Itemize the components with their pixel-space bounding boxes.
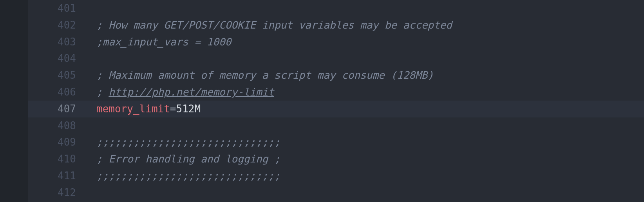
code-line[interactable]: memory_limit=512M: [87, 101, 644, 117]
line-number[interactable]: 402: [28, 17, 87, 34]
line-number[interactable]: 404: [28, 50, 87, 67]
code-line[interactable]: ; How many GET/POST/COOKIE input variabl…: [87, 17, 644, 34]
code-editor[interactable]: 401402403404405406407408409410411412 ; H…: [0, 0, 644, 202]
code-line[interactable]: ;;;;;;;;;;;;;;;;;;;;;;;;;;;;;;: [87, 168, 644, 184]
code-token: ; Maximum amount of memory a script may …: [96, 69, 434, 81]
line-number-gutter[interactable]: 401402403404405406407408409410411412: [28, 0, 87, 202]
code-line[interactable]: [87, 50, 644, 67]
line-number[interactable]: 405: [28, 67, 87, 84]
code-line[interactable]: ; Maximum amount of memory a script may …: [87, 67, 644, 84]
code-token: ;: [96, 86, 109, 98]
code-line[interactable]: ;max_input_vars = 1000: [87, 34, 644, 50]
code-token: http://php.net/memory-limit: [109, 86, 274, 98]
code-token: 512M: [176, 103, 201, 115]
code-line[interactable]: ; Error handling and logging ;: [87, 151, 644, 168]
line-number[interactable]: 411: [28, 168, 87, 184]
line-number[interactable]: 406: [28, 84, 87, 101]
code-line[interactable]: [87, 117, 644, 134]
code-token: ; Error handling and logging ;: [96, 153, 280, 165]
line-number[interactable]: 401: [28, 0, 87, 17]
code-token: ;max_input_vars = 1000: [96, 36, 231, 48]
code-line[interactable]: [87, 0, 644, 17]
code-line[interactable]: ;;;;;;;;;;;;;;;;;;;;;;;;;;;;;;: [87, 134, 644, 151]
code-token: =: [170, 103, 176, 115]
code-token: ;;;;;;;;;;;;;;;;;;;;;;;;;;;;;;: [96, 136, 280, 148]
code-token: ;;;;;;;;;;;;;;;;;;;;;;;;;;;;;;: [96, 170, 280, 182]
activity-bar: [0, 0, 28, 202]
code-token: memory_limit: [96, 103, 170, 115]
line-number[interactable]: 408: [28, 117, 87, 134]
line-number[interactable]: 410: [28, 151, 87, 168]
line-number[interactable]: 409: [28, 134, 87, 151]
line-number[interactable]: 407: [28, 101, 87, 117]
code-content[interactable]: ; How many GET/POST/COOKIE input variabl…: [87, 0, 644, 202]
code-line[interactable]: ; http://php.net/memory-limit: [87, 84, 644, 101]
code-line[interactable]: [87, 184, 644, 201]
line-number[interactable]: 403: [28, 34, 87, 50]
code-token: ; How many GET/POST/COOKIE input variabl…: [96, 19, 452, 31]
line-number[interactable]: 412: [28, 184, 87, 201]
